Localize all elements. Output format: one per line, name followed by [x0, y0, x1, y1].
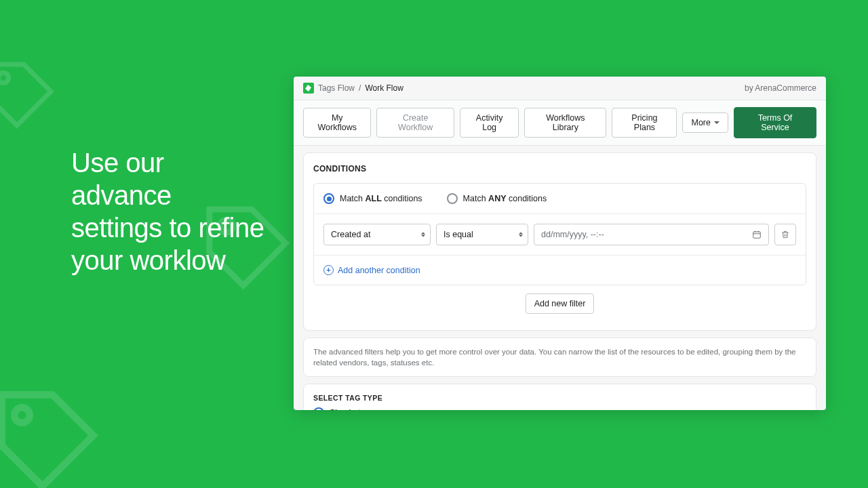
breadcrumb: Tags Flow / Work Flow [303, 83, 403, 94]
nav-bar: My Workflows Create Workflow Activity Lo… [294, 100, 826, 146]
field-select-value: Created at [323, 224, 431, 245]
value-date-input[interactable]: dd/mm/yyyy, --:-- [534, 224, 769, 245]
match-any-label: Match ANY conditions [463, 194, 547, 203]
match-all-label: Match ALL conditions [340, 194, 422, 203]
operator-select-value: Is equal [436, 224, 528, 245]
match-any-radio[interactable]: Match ANY conditions [447, 193, 547, 204]
workflows-library-button[interactable]: Workflows Library [524, 108, 606, 138]
more-button[interactable]: More [682, 113, 728, 133]
tag-type-panel: SELECT TAG TYPE Simple tags Smart tags [303, 384, 816, 410]
add-filter-row: Add new filter [313, 285, 806, 323]
tag-type-options: Simple tags Smart tags [313, 407, 806, 410]
add-condition-button[interactable]: + Add another condition [314, 256, 806, 285]
delete-condition-button[interactable] [774, 224, 796, 245]
plus-circle-icon: + [323, 265, 334, 275]
marketing-headline: Use our advance settings to refine your … [71, 146, 268, 277]
conditions-box: Match ALL conditions Match ANY condition… [313, 183, 806, 285]
condition-row: Created at Is equal dd/mm/yyyy, --:-- [314, 214, 806, 256]
radio-checked-icon [323, 193, 334, 204]
simple-tags-label: Simple tags [330, 408, 374, 410]
more-button-label: More [691, 118, 710, 127]
match-mode-row: Match ALL conditions Match ANY condition… [314, 184, 806, 214]
add-new-filter-button[interactable]: Add new filter [526, 293, 595, 314]
calendar-icon [752, 230, 762, 239]
svg-rect-0 [753, 232, 761, 238]
top-bar: Tags Flow / Work Flow by ArenaCommerce [294, 77, 826, 100]
help-text: The advanced filters help you to get mor… [303, 338, 816, 377]
my-workflows-button[interactable]: My Workflows [303, 108, 371, 138]
breadcrumb-current: Work Flow [365, 83, 403, 93]
conditions-title: CONDITIONS [313, 164, 806, 174]
simple-tags-radio[interactable]: Simple tags [313, 407, 806, 410]
activity-log-button[interactable]: Activity Log [460, 108, 519, 138]
date-placeholder: dd/mm/yyyy, --:-- [541, 230, 604, 239]
trash-icon [781, 230, 790, 239]
conditions-panel: CONDITIONS Match ALL conditions Match AN… [303, 152, 816, 331]
operator-select[interactable]: Is equal [436, 224, 528, 245]
terms-of-service-button[interactable]: Terms Of Service [734, 107, 816, 138]
radio-unchecked-icon [447, 193, 458, 204]
breadcrumb-root[interactable]: Tags Flow [318, 83, 355, 93]
radio-checked-icon [313, 407, 324, 410]
add-condition-label: Add another condition [338, 266, 420, 275]
pricing-plans-button[interactable]: Pricing Plans [612, 108, 677, 138]
app-window: Tags Flow / Work Flow by ArenaCommerce M… [294, 77, 826, 410]
byline: by ArenaCommerce [745, 83, 816, 93]
create-workflow-button[interactable]: Create Workflow [376, 108, 454, 138]
breadcrumb-separator: / [359, 83, 361, 93]
chevron-down-icon [714, 121, 719, 124]
tag-type-title: SELECT TAG TYPE [313, 394, 806, 402]
field-select[interactable]: Created at [323, 224, 431, 245]
match-all-radio[interactable]: Match ALL conditions [323, 193, 422, 204]
app-logo-icon [303, 83, 314, 94]
